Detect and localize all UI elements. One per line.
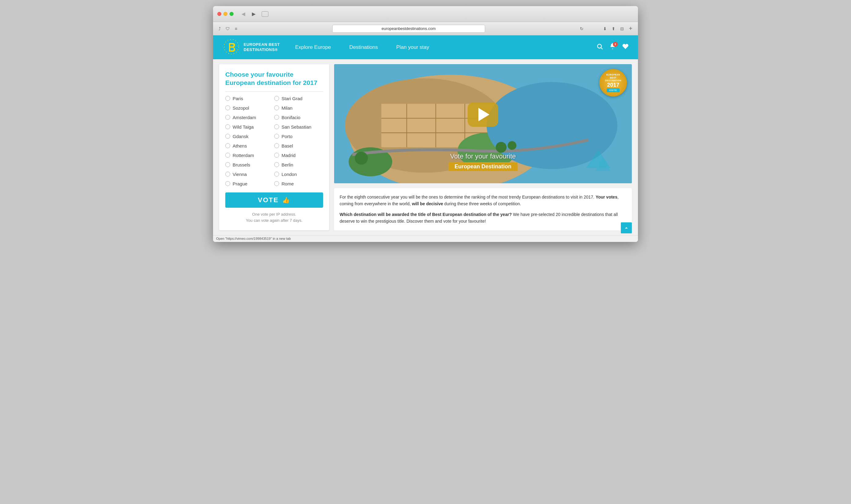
nav-plan-stay[interactable]: Plan your stay <box>396 44 429 50</box>
sidebar-icon[interactable]: ⊟ <box>619 25 625 32</box>
dest-wild-taiga[interactable]: Wild Taiga <box>225 124 274 129</box>
radio-brussels[interactable] <box>225 162 230 167</box>
video-text-line2: European Destination <box>448 162 518 171</box>
browser-toolbar: ⤴ 🛡 ≡ europeanbestdestinations.com ↻ ⬇ ⬆… <box>213 22 638 35</box>
radio-rome[interactable] <box>274 181 279 186</box>
logo-line1: European Best <box>244 42 280 47</box>
vote-button[interactable]: VOTE 👍 <box>225 193 323 208</box>
dest-gdansk[interactable]: Gdansk <box>225 134 274 139</box>
vote-info: One vote per IP address. You can vote ag… <box>225 211 323 224</box>
radio-porto[interactable] <box>274 134 279 139</box>
status-bar: Open "https://vimeo.com/199843519" in a … <box>213 235 638 242</box>
play-button[interactable] <box>468 102 498 127</box>
destinations-col1: Paris Sozopol Amsterdam Wild Taiga Gdans… <box>225 96 274 186</box>
radio-wild-taiga[interactable] <box>225 124 230 129</box>
main-content: Choose your favourite European destinati… <box>213 59 638 235</box>
search-button[interactable] <box>596 43 603 52</box>
dest-sozopol[interactable]: Sozopol <box>225 105 274 111</box>
nav-destinations[interactable]: Destinations <box>349 44 378 50</box>
reader-icon[interactable]: ≡ <box>233 25 239 32</box>
upload-icon[interactable]: ⬆ <box>610 25 616 32</box>
close-button[interactable] <box>217 12 221 16</box>
dest-rotterdam[interactable]: Rotterdam <box>225 153 274 158</box>
dest-basel[interactable]: Basel <box>274 143 323 148</box>
scroll-top-button[interactable] <box>621 222 632 233</box>
dest-madrid[interactable]: Madrid <box>274 153 323 158</box>
add-tab-button[interactable]: + <box>628 24 634 33</box>
vote-info-line2: You can vote again after 7 days. <box>225 217 323 224</box>
browser-titlebar: ◀ ▶ <box>213 6 638 22</box>
radio-amsterdam[interactable] <box>225 115 230 120</box>
play-icon <box>479 108 489 121</box>
radio-gdansk[interactable] <box>225 134 230 139</box>
dest-vienna[interactable]: Vienna <box>225 172 274 177</box>
dest-paris[interactable]: Paris <box>225 96 274 101</box>
dest-london[interactable]: London <box>274 172 323 177</box>
browser-window: ◀ ▶ ⤴ 🛡 ≡ europeanbestdestinations.com ↻… <box>213 6 638 242</box>
maximize-button[interactable] <box>229 12 233 16</box>
dest-rome[interactable]: Rome <box>274 181 323 186</box>
radio-stari-grad[interactable] <box>274 96 279 101</box>
reload-button[interactable]: ↻ <box>579 25 585 32</box>
radio-paris[interactable] <box>225 96 230 101</box>
header-icons: 3 <box>596 43 629 52</box>
radio-sozopol[interactable] <box>225 105 230 110</box>
radio-bonifacio[interactable] <box>274 115 279 120</box>
back-button[interactable]: ◀ <box>240 10 247 18</box>
radio-london[interactable] <box>274 172 279 177</box>
vote-title: Choose your favourite European destinati… <box>225 70 323 92</box>
logo-text: European Best Destinations® <box>244 42 280 53</box>
shield-icon[interactable]: 🛡 <box>224 25 231 32</box>
svg-line-2 <box>601 48 603 49</box>
dest-san-sebastian[interactable]: San Sebastian <box>274 124 323 129</box>
logo-area: European Best Destinations® <box>222 38 280 56</box>
description-para2: Which destination will be awarded the ti… <box>340 211 626 225</box>
para1-end: during these three weeks of competition. <box>443 201 521 206</box>
radio-prague[interactable] <box>225 181 230 186</box>
dest-prague[interactable]: Prague <box>225 181 274 186</box>
radio-basel[interactable] <box>274 143 279 148</box>
dest-brussels[interactable]: Brussels <box>225 162 274 167</box>
notifications-button[interactable]: 3 <box>609 43 616 52</box>
forward-button[interactable]: ▶ <box>250 10 257 18</box>
dest-athens[interactable]: Athens <box>225 143 274 148</box>
dest-stari-grad[interactable]: Stari Grad <box>274 96 323 101</box>
site-wrapper: European Best Destinations® Explore Euro… <box>213 35 638 242</box>
radio-rotterdam[interactable] <box>225 153 230 158</box>
dest-bonifacio[interactable]: Bonifacio <box>274 115 323 120</box>
video-text-line1: Vote for your favourite <box>334 152 632 160</box>
dest-milan[interactable]: Milan <box>274 105 323 111</box>
radio-vienna[interactable] <box>225 172 230 177</box>
favorites-button[interactable] <box>622 43 629 52</box>
minimize-button[interactable] <box>223 12 227 16</box>
thumbs-up-icon: 👍 <box>282 196 290 204</box>
radio-milan[interactable] <box>274 105 279 110</box>
logo-line2: Destinations® <box>244 47 280 53</box>
content-panel: European Best Destination 2017 VOTE <box>334 64 632 230</box>
destinations-grid: Paris Sozopol Amsterdam Wild Taiga Gdans… <box>225 96 323 186</box>
url-text: europeanbestdestinations.com <box>381 26 436 31</box>
dest-amsterdam[interactable]: Amsterdam <box>225 115 274 120</box>
vote-panel: Choose your favourite European destinati… <box>219 64 329 230</box>
para1-bold1: Your votes <box>595 195 617 199</box>
radio-athens[interactable] <box>225 143 230 148</box>
destinations-col2: Stari Grad Milan Bonifacio San Sebastian… <box>274 96 323 186</box>
radio-madrid[interactable] <box>274 153 279 158</box>
description-text: For the eighth consecutive year you will… <box>334 188 632 230</box>
share-icon[interactable]: ⤴ <box>217 25 222 32</box>
dest-porto[interactable]: Porto <box>274 134 323 139</box>
logo-icon <box>222 38 241 56</box>
tab-icon <box>262 11 268 17</box>
nav-explore-europe[interactable]: Explore Europe <box>295 44 331 50</box>
traffic-lights <box>217 12 233 16</box>
svg-point-1 <box>597 44 602 48</box>
video-container[interactable]: European Best Destination 2017 VOTE <box>334 64 632 183</box>
url-bar[interactable]: europeanbestdestinations.com <box>332 25 485 33</box>
download-icon[interactable]: ⬇ <box>602 25 608 32</box>
dest-berlin[interactable]: Berlin <box>274 162 323 167</box>
site-header: European Best Destinations® Explore Euro… <box>213 35 638 59</box>
radio-berlin[interactable] <box>274 162 279 167</box>
radio-san-sebastian[interactable] <box>274 124 279 129</box>
nav-links: Explore Europe Destinations Plan your st… <box>295 44 596 50</box>
notification-badge: 3 <box>613 42 618 47</box>
